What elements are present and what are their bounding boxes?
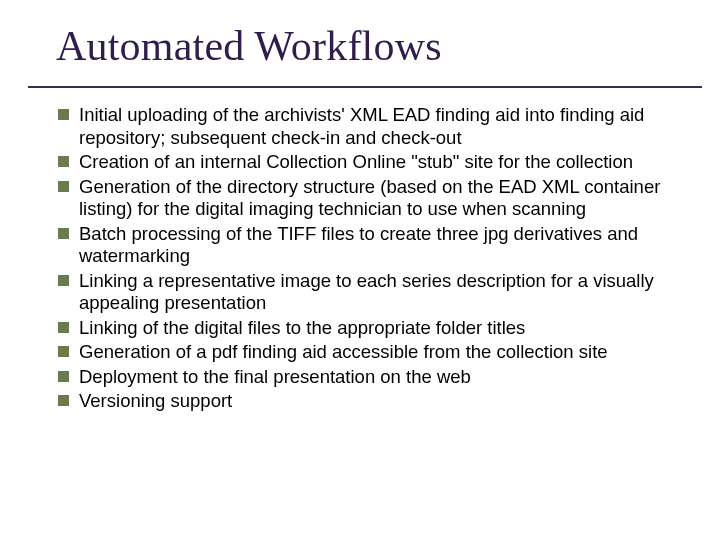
square-bullet-icon [58, 228, 69, 239]
slide-title: Automated Workflows [56, 22, 442, 70]
list-item: Linking a representative image to each s… [58, 270, 694, 315]
list-item-text: Initial uploading of the archivists' XML… [79, 104, 694, 149]
list-item: Versioning support [58, 390, 694, 413]
list-item: Deployment to the final presentation on … [58, 366, 694, 389]
square-bullet-icon [58, 109, 69, 120]
list-item: Initial uploading of the archivists' XML… [58, 104, 694, 149]
list-item: Generation of a pdf finding aid accessib… [58, 341, 694, 364]
list-item-text: Batch processing of the TIFF files to cr… [79, 223, 694, 268]
square-bullet-icon [58, 275, 69, 286]
title-underline [28, 86, 702, 88]
list-item: Linking of the digital files to the appr… [58, 317, 694, 340]
list-item-text: Deployment to the final presentation on … [79, 366, 694, 389]
square-bullet-icon [58, 181, 69, 192]
square-bullet-icon [58, 322, 69, 333]
list-item-text: Generation of a pdf finding aid accessib… [79, 341, 694, 364]
list-item: Batch processing of the TIFF files to cr… [58, 223, 694, 268]
list-item-text: Linking of the digital files to the appr… [79, 317, 694, 340]
list-item: Generation of the directory structure (b… [58, 176, 694, 221]
slide: Automated Workflows Initial uploading of… [0, 0, 720, 540]
square-bullet-icon [58, 395, 69, 406]
list-item-text: Versioning support [79, 390, 694, 413]
square-bullet-icon [58, 156, 69, 167]
square-bullet-icon [58, 371, 69, 382]
list-item-text: Linking a representative image to each s… [79, 270, 694, 315]
list-item: Creation of an internal Collection Onlin… [58, 151, 694, 174]
list-item-text: Creation of an internal Collection Onlin… [79, 151, 694, 174]
square-bullet-icon [58, 346, 69, 357]
list-item-text: Generation of the directory structure (b… [79, 176, 694, 221]
bullet-list: Initial uploading of the archivists' XML… [58, 104, 694, 415]
